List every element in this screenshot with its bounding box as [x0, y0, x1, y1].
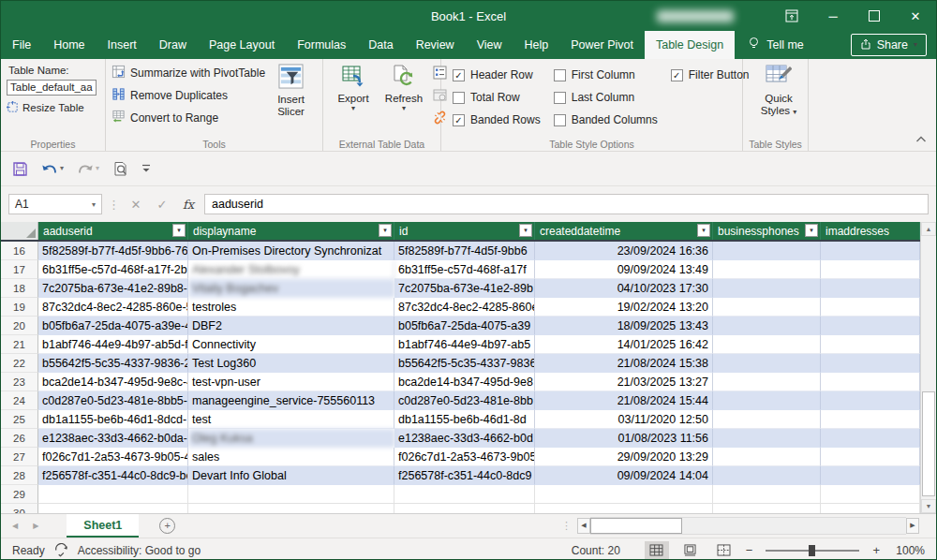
cancel-icon[interactable]: ✕ [126, 198, 146, 212]
horizontal-scroll-thumb[interactable] [590, 518, 682, 534]
row-number[interactable]: 27 [1, 448, 38, 466]
column-header-imaddresses[interactable]: imaddresses [821, 222, 920, 240]
cell-id[interactable]: 5f82589f-b77f-4d5f-9bb6 [394, 242, 535, 260]
sheet-nav-left-icon[interactable]: ◀ [12, 522, 18, 530]
cell-displayname[interactable]: Test Log360 [188, 354, 394, 373]
cell-businessphones[interactable] [713, 448, 821, 466]
row-number[interactable]: 29 [1, 485, 38, 504]
cell-aaduserid[interactable]: 5f82589f-b77f-4d5f-9bb6-76 [38, 242, 188, 260]
cell-businessphones[interactable] [713, 335, 821, 354]
cell-empty[interactable] [394, 485, 535, 504]
row-number[interactable]: 24 [1, 391, 38, 410]
cell-imaddresses[interactable] [821, 448, 920, 466]
cell-businessphones[interactable] [713, 429, 821, 448]
tools-item-summarize-with-pivottable[interactable]: Summarize with PivotTable [112, 64, 265, 82]
cell-id[interactable]: b1abf746-44e9-4b97-ab5 [394, 335, 535, 354]
checkbox-banded-rows[interactable]: ✓Banded Rows [453, 109, 541, 131]
zoom-in-icon[interactable]: + [872, 543, 880, 557]
page-break-view-button[interactable] [712, 541, 736, 560]
close-button[interactable]: ✕ [895, 1, 936, 31]
cell-imaddresses[interactable] [821, 279, 920, 298]
cell-aaduserid[interactable]: b55642f5-5c35-4337-9836-29 [38, 354, 188, 373]
cell-empty[interactable] [38, 485, 188, 504]
cell-imaddresses[interactable] [821, 429, 920, 448]
cell-displayname[interactable]: test [188, 410, 394, 429]
tab-formulas[interactable]: Formulas [286, 31, 357, 59]
redo-button[interactable]: ▾ [77, 162, 99, 175]
cell-businessphones[interactable] [713, 317, 821, 335]
tab-draw[interactable]: Draw [148, 31, 198, 59]
cell-imaddresses[interactable] [821, 298, 920, 317]
cell-aaduserid[interactable]: 6b31ff5e-c57d-468f-a17f-2b [38, 260, 188, 279]
tab-data[interactable]: Data [357, 31, 404, 59]
cell-imaddresses[interactable] [821, 410, 920, 429]
cell-id[interactable]: c0d287e0-5d23-481e-8bb [394, 391, 535, 410]
cell-displayname[interactable]: Oleg Kuksa [188, 429, 394, 448]
collapse-ribbon-icon[interactable] [915, 130, 927, 147]
scroll-up-icon[interactable]: ▲ [921, 222, 936, 236]
cell-createddatetime[interactable]: 18/09/2025 13:43 [535, 317, 713, 335]
column-header-createddatetime[interactable]: createddatetime▾ [535, 222, 713, 240]
checkbox-box[interactable] [554, 114, 566, 126]
tab-power-pivot[interactable]: Power Pivot [559, 31, 645, 59]
new-sheet-button[interactable]: + [159, 514, 175, 538]
save-button[interactable] [12, 161, 28, 177]
checkbox-box[interactable]: ✓ [453, 114, 465, 126]
sheet-tab-sheet1[interactable]: Sheet1 [67, 514, 139, 538]
cell-createddatetime[interactable]: 01/08/2023 11:56 [535, 429, 713, 448]
cell-businessphones[interactable] [713, 410, 821, 429]
tab-table-design[interactable]: Table Design [645, 31, 735, 59]
checkbox-last-column[interactable]: Last Column [554, 86, 658, 109]
cell-aaduserid[interactable]: e1238aec-33d3-4662-b0da-3 [38, 429, 188, 448]
cell-aaduserid[interactable]: 7c2075ba-673e-41e2-89b8-8 [38, 279, 188, 298]
cell-businessphones[interactable] [713, 260, 821, 279]
export-button[interactable]: Export ▾ [329, 64, 378, 137]
cell-aaduserid[interactable]: c0d287e0-5d23-481e-8bb5-e [38, 391, 188, 410]
checkbox-header-row[interactable]: ✓Header Row [453, 64, 541, 86]
zoom-out-icon[interactable]: − [746, 543, 753, 557]
filter-button-icon[interactable]: ▾ [379, 224, 392, 237]
cell-empty[interactable] [713, 504, 821, 513]
cell-id[interactable]: b05fb6a7-25da-4075-a39 [394, 317, 535, 335]
zoom-level[interactable]: 100% [889, 544, 925, 557]
cell-createddatetime[interactable]: 03/11/2020 12:50 [535, 410, 713, 429]
cell-id[interactable]: bca2de14-b347-495d-9e8 [394, 373, 535, 391]
vertical-scrollbar[interactable]: ▲ ▼ [920, 222, 936, 513]
cell-imaddresses[interactable] [821, 391, 920, 410]
column-header-businessphones[interactable]: businessphones▾ [713, 222, 821, 240]
scroll-right-icon[interactable]: ▶ [906, 518, 919, 534]
cell-createddatetime[interactable]: 09/09/2024 14:04 [535, 466, 713, 485]
row-number[interactable]: 22 [1, 354, 38, 373]
cell-empty[interactable] [821, 504, 920, 513]
cell-empty[interactable] [38, 504, 188, 513]
select-all-corner[interactable] [1, 222, 38, 240]
cell-aaduserid[interactable]: db1a1155-be6b-46d1-8dcd- [38, 410, 188, 429]
tab-home[interactable]: Home [42, 31, 96, 59]
filter-button-icon[interactable]: ▾ [519, 224, 532, 237]
accessibility-status[interactable]: Accessibility: Good to go [78, 544, 201, 557]
filter-button-icon[interactable]: ▾ [172, 224, 186, 237]
cell-displayname[interactable]: manageengine_service-755560113 [188, 391, 394, 410]
row-number[interactable]: 23 [1, 373, 38, 391]
cell-imaddresses[interactable] [821, 260, 920, 279]
row-number[interactable]: 20 [1, 317, 38, 335]
cell-empty[interactable] [535, 485, 713, 504]
cell-id[interactable]: 87c32dc4-8ec2-4285-860e [394, 298, 535, 317]
formula-input[interactable]: aaduserid [204, 194, 929, 214]
cell-displayname[interactable]: Connectivity [188, 335, 394, 354]
zoom-slider-thumb[interactable] [809, 545, 815, 556]
cell-id[interactable]: 6b31ff5e-c57d-468f-a17f [394, 260, 535, 279]
cell-aaduserid[interactable]: f026c7d1-2a53-4673-9b05-4 [38, 448, 188, 466]
tools-item-remove-duplicates[interactable]: Remove Duplicates [112, 86, 265, 105]
cell-empty[interactable] [535, 504, 713, 513]
cell-createddatetime[interactable]: 29/09/2020 13:29 [535, 448, 713, 466]
checkbox-first-column[interactable]: First Column [554, 64, 658, 86]
cell-id[interactable]: 7c2075ba-673e-41e2-89b [394, 279, 535, 298]
cell-createddatetime[interactable]: 09/09/2024 13:49 [535, 260, 713, 279]
cell-businessphones[interactable] [713, 373, 821, 391]
scroll-down-icon[interactable]: ▼ [921, 499, 936, 513]
name-box[interactable]: A1 ▾ [8, 194, 102, 214]
cell-imaddresses[interactable] [821, 354, 920, 373]
cell-createddatetime[interactable]: 04/10/2023 17:30 [535, 279, 713, 298]
filter-button-icon[interactable]: ▾ [697, 224, 710, 237]
